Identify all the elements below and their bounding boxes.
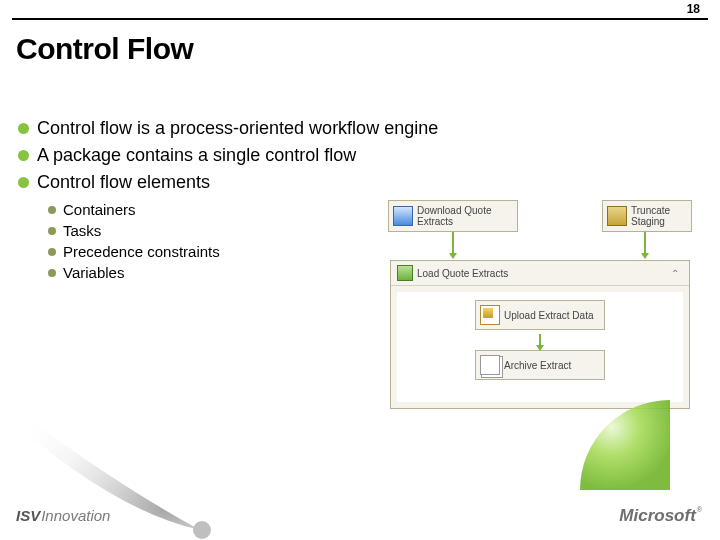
bullet-icon xyxy=(48,206,56,214)
container-header: Load Quote Extracts ⌃ xyxy=(391,261,689,286)
microsoft-text: Microsoft xyxy=(619,506,696,526)
diagram-box-label: Upload Extract Data xyxy=(504,310,594,321)
bullet-icon xyxy=(18,177,29,188)
precedence-arrow-icon xyxy=(644,232,646,258)
diagram-task-archive: Archive Extract xyxy=(475,350,605,380)
control-flow-diagram: Download Quote Extracts Truncate Staging… xyxy=(378,200,698,430)
sql-icon xyxy=(607,206,627,226)
container-icon xyxy=(397,265,413,281)
bullet-icon xyxy=(18,150,29,161)
container-body: Upload Extract Data Archive Extract xyxy=(397,292,683,402)
diagram-container: Load Quote Extracts ⌃ Upload Extract Dat… xyxy=(390,260,690,409)
bullet-text: A package contains a single control flow xyxy=(37,145,356,166)
bullet-item: Control flow elements xyxy=(18,172,702,193)
ftp-icon xyxy=(393,206,413,226)
registered-mark: ® xyxy=(697,506,702,513)
sub-bullet-text: Variables xyxy=(63,264,124,281)
dataflow-icon xyxy=(480,305,500,325)
sub-bullet-text: Precedence constraints xyxy=(63,243,220,260)
sub-bullet-item: Precedence constraints xyxy=(48,243,348,260)
diagram-box-label: Download Quote Extracts xyxy=(417,205,513,227)
bullet-icon xyxy=(48,227,56,235)
bullet-text: Control flow is a process-oriented workf… xyxy=(37,118,438,139)
sub-bullet-text: Tasks xyxy=(63,222,101,239)
top-divider xyxy=(12,18,708,20)
sub-bullet-item: Tasks xyxy=(48,222,348,239)
diagram-box-label: Archive Extract xyxy=(504,360,571,371)
bullet-icon xyxy=(48,269,56,277)
sub-bullet-item: Variables xyxy=(48,264,348,281)
svg-point-0 xyxy=(193,521,211,539)
sub-bullet-text: Containers xyxy=(63,201,136,218)
bullet-icon xyxy=(48,248,56,256)
precedence-arrow-icon xyxy=(452,232,454,258)
file-stack-icon xyxy=(480,355,500,375)
container-title: Load Quote Extracts xyxy=(417,268,508,279)
sub-bullet-item: Containers xyxy=(48,201,348,218)
bullet-item: A package contains a single control flow xyxy=(18,145,702,166)
main-bullet-list: Control flow is a process-oriented workf… xyxy=(18,118,702,193)
isv-text-strong: ISV xyxy=(16,507,40,524)
chevron-collapse-icon: ⌃ xyxy=(671,268,683,279)
diagram-task-download: Download Quote Extracts xyxy=(388,200,518,232)
diagram-task-truncate: Truncate Staging xyxy=(602,200,692,232)
diagram-box-label: Truncate Staging xyxy=(631,205,687,227)
sub-bullet-list: Containers Tasks Precedence constraints … xyxy=(48,201,348,285)
diagram-task-upload: Upload Extract Data xyxy=(475,300,605,330)
microsoft-logo: Microsoft ® xyxy=(619,506,702,526)
precedence-arrow-icon xyxy=(539,334,541,350)
bullet-icon xyxy=(18,123,29,134)
isv-innovation-logo: ISV Innovation xyxy=(16,507,110,524)
bullet-text: Control flow elements xyxy=(37,172,210,193)
slide-title: Control Flow xyxy=(16,32,193,66)
isv-text-light: Innovation xyxy=(41,507,110,524)
bullet-item: Control flow is a process-oriented workf… xyxy=(18,118,702,139)
page-number: 18 xyxy=(687,2,700,16)
